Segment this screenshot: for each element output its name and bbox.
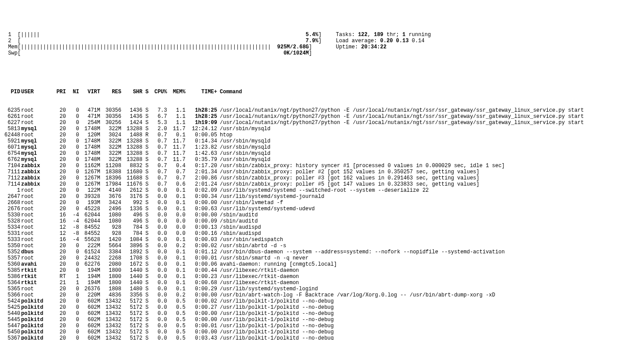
col-virt[interactable]: VIRT bbox=[79, 89, 100, 95]
swp-meter: Swp[ 0K/1024M] bbox=[2, 50, 312, 56]
table-row[interactable]: 6227root200254M302561424S5.31.11h19:09/u… bbox=[2, 120, 642, 126]
table-row[interactable]: 5365root2002637618081480S0.00.10:00.29/u… bbox=[2, 286, 642, 292]
table-row[interactable]: 2668root200193M3424992S0.00.10:00.00/usr… bbox=[2, 200, 642, 206]
table-row[interactable]: 5447polkitd200602M134325172S0.00.50:00.0… bbox=[2, 323, 642, 329]
col-cpu[interactable]: CPU% bbox=[149, 89, 167, 95]
table-row[interactable]: 7114zabbix2001267M1798411676S0.70.62:01.… bbox=[2, 181, 642, 187]
table-row[interactable]: 5440polkitd200602M134325172S0.00.50:00.0… bbox=[2, 311, 642, 317]
table-row[interactable]: 5352dbus2006152433841892S0.00.10:01.12/u… bbox=[2, 249, 642, 255]
table-row[interactable]: 5450polkitd200602M134325172S0.00.50:00.0… bbox=[2, 329, 642, 335]
table-row[interactable]: 6235root200471M303561436S7.31.11h28:25/u… bbox=[2, 107, 642, 113]
table-row[interactable]: 5366root200220M48363356S0.00.20:00.00/us… bbox=[2, 292, 642, 298]
table-row[interactable]: 6071mysql2001748M322M13288S0.711.71:23.8… bbox=[2, 144, 642, 150]
load-line: Load average: 0.20 0.13 0.14 bbox=[336, 38, 425, 44]
tasks-line: Tasks: 122, 189 thr; 1 running bbox=[336, 32, 431, 38]
col-pri[interactable]: PRI bbox=[53, 89, 66, 95]
table-row[interactable]: 5350root200222M56643896S0.00.20:00.02/us… bbox=[2, 243, 642, 249]
table-row[interactable]: 6762mysql2001748M322M13288S0.711.70:35.7… bbox=[2, 157, 642, 163]
table-row[interactable]: 5334root12-884552928784S0.00.00:00.13/sb… bbox=[2, 224, 642, 230]
col-user[interactable]: USER bbox=[20, 89, 53, 95]
col-s[interactable]: S bbox=[142, 89, 149, 95]
col-res[interactable]: RES bbox=[100, 89, 121, 95]
table-row[interactable]: 5333root16-45562814201084S0.00.10:00.03/… bbox=[2, 237, 642, 243]
table-row[interactable]: 5367polkitd200602M134325172S0.00.50:03.4… bbox=[2, 335, 642, 340]
stats-panel: Tasks: 122, 189 thr; 1 running Load aver… bbox=[336, 26, 642, 62]
table-row[interactable]: 7111zabbix2001267M1838811680S0.70.72:01.… bbox=[2, 169, 642, 175]
table-row[interactable]: 5330root16-4620441080496S0.00.00:00.00/s… bbox=[2, 212, 642, 218]
mem-meter: Mem[||||||||||||||||||||||||||||||||||||… bbox=[2, 44, 312, 50]
uptime-line: Uptime: 20:34:22 bbox=[336, 44, 386, 50]
col-shr[interactable]: SHR bbox=[121, 89, 142, 95]
col-ni[interactable]: NI bbox=[66, 89, 79, 95]
col-mem[interactable]: MEM% bbox=[167, 89, 186, 95]
table-row[interactable]: 5331root12-884552928784S0.00.00:00.16/sb… bbox=[2, 230, 642, 237]
table-row[interactable]: 7104zabbix2001162M112088832S0.70.40:17.2… bbox=[2, 163, 642, 169]
cpu1-meter: 1 [|||||| 5.4%] bbox=[2, 32, 321, 38]
table-row[interactable]: 6261root200471M303561436S6.71.11h28:25/u… bbox=[2, 113, 642, 120]
table-row[interactable]: 5357root2002443222681708S0.00.10:00.01/u… bbox=[2, 255, 642, 261]
table-row[interactable]: 62448root200120M30241488R0.70.10:00.05ht… bbox=[2, 132, 642, 138]
col-time[interactable]: TIME+ bbox=[186, 89, 217, 95]
table-header[interactable]: PID USER PRI NI VIRT RES SHR S CPU% MEM%… bbox=[2, 89, 642, 95]
table-row[interactable]: 5813mysql2001748M322M13288S2.011.712:24.… bbox=[2, 126, 642, 132]
table-row[interactable]: 5328root16-4620441080496S0.00.00:00.09/s… bbox=[2, 218, 642, 224]
table-row[interactable]: 5385rtkit200194M18001440S0.00.10:00.44/u… bbox=[2, 267, 642, 274]
process-table: PID USER PRI NI VIRT RES SHR S CPU% MEM%… bbox=[2, 77, 642, 340]
htop-header: 1 [|||||| 5.4%] 2 [ 7.9% bbox=[2, 26, 642, 62]
table-row[interactable]: 6754mysql2001748M322M13288S0.711.71:42.6… bbox=[2, 150, 642, 157]
table-row[interactable]: 5921mysql2001748M322M13288S0.711.70:14.3… bbox=[2, 138, 642, 144]
col-pid[interactable]: PID bbox=[2, 89, 20, 95]
table-row[interactable]: 7112zabbix2001267M1839611688S0.70.72:00.… bbox=[2, 175, 642, 181]
table-row[interactable]: 5360avahi2006227620801672S0.00.10:00.06a… bbox=[2, 261, 642, 267]
meters-panel: 1 [|||||| 5.4%] 2 [ 7.9% bbox=[2, 26, 336, 62]
table-row[interactable]: 2647root2003932836763176S0.00.10:00.34/u… bbox=[2, 194, 642, 200]
cpu2-meter: 2 [ 7.9%] bbox=[2, 38, 321, 44]
table-row[interactable]: 2676root2004522824961336S0.00.10:00.63/u… bbox=[2, 206, 642, 212]
table-row[interactable]: 5445polkitd200602M134325172S0.00.50:00.0… bbox=[2, 317, 642, 323]
col-cmd[interactable]: Command bbox=[217, 89, 642, 95]
table-row[interactable]: 1root200122M41402612S0.00.10:02.09/usr/l… bbox=[2, 187, 642, 194]
table-row[interactable]: 5386rtkitRT1194M18001440S0.00.10:00.23/u… bbox=[2, 274, 642, 280]
table-row[interactable]: 5364rtkit211194M18001440S0.00.10:00.68/u… bbox=[2, 280, 642, 286]
table-row[interactable]: 5425polkitd200602M134325172S0.00.50:00.2… bbox=[2, 304, 642, 311]
table-row[interactable]: 5424polkitd200602M134325172S0.00.50:00.0… bbox=[2, 298, 642, 304]
